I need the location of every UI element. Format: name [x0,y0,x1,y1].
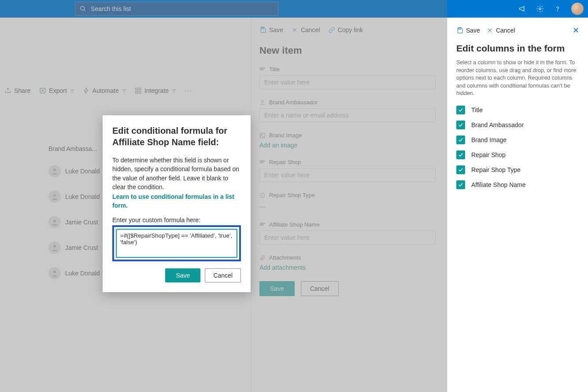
user-avatar[interactable] [571,3,584,15]
editcols-cancel-label: Cancel [496,27,515,34]
gear-icon[interactable] [536,5,544,13]
editcols-item-brandimage[interactable]: Brand Image [456,136,579,144]
megaphone-icon[interactable] [518,5,526,13]
editcols-item-label: Brand Image [471,136,507,143]
svg-point-2 [539,8,541,10]
editcols-item-repairshoptype[interactable]: Repair Shop Type [456,165,579,174]
edit-columns-panel: Save Cancel ✕ Edit columns in the form S… [447,18,588,392]
conditional-formula-modal: Edit conditional formula for Affiliate S… [103,115,251,292]
modal-save-button[interactable]: Save [165,268,200,282]
help-icon[interactable] [554,5,562,13]
checkbox-checked-icon[interactable] [456,150,465,159]
modal-cancel-button[interactable]: Cancel [205,268,241,282]
editcols-item-title[interactable]: Title [456,106,579,114]
editcols-close-button[interactable]: ✕ [573,26,579,35]
modal-title: Edit conditional formula for Affiliate S… [112,125,241,148]
editcols-item-label: Repair Shop Type [471,166,521,173]
modal-help-link[interactable]: Learn to use conditional formulas in a l… [112,192,241,210]
svg-point-3 [558,11,558,11]
header-actions [518,3,584,15]
checkbox-checked-icon[interactable] [456,180,465,189]
formula-field-label: Enter your custom formula here: [112,216,241,223]
modal-description: To determine whether this field is shown… [112,156,241,191]
svg-rect-25 [459,28,461,29]
editcols-item-affiliate[interactable]: Affiliate Shop Name [456,180,579,189]
editcols-item-label: Affiliate Shop Name [471,181,525,188]
editcols-title: Edit columns in the form [456,43,579,54]
checkbox-checked-icon[interactable] [456,106,465,114]
editcols-item-label: Repair Shop [471,151,506,158]
checkbox-checked-icon[interactable] [456,136,465,144]
editcols-item-label: Title [471,106,483,114]
save-icon [456,27,463,34]
editcols-description: Select a column to show or hide it in th… [456,59,579,98]
checkbox-checked-icon[interactable] [456,121,465,129]
formula-highlight [112,225,241,261]
close-icon [486,27,493,34]
formula-textarea[interactable] [117,230,237,255]
editcols-item-repairshop[interactable]: Repair Shop [456,150,579,159]
editcols-item-ambassador[interactable]: Brand Ambassador [456,121,579,129]
editcols-cancel-button[interactable]: Cancel [486,27,515,34]
editcols-save-label: Save [466,27,480,34]
editcols-item-label: Brand Ambassador [471,121,524,128]
checkbox-checked-icon[interactable] [456,165,465,174]
editcols-save-button[interactable]: Save [456,27,480,34]
